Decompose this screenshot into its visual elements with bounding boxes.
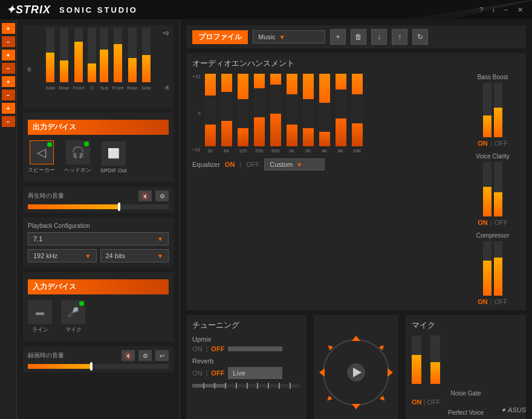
- eq-fill-bot-500: [270, 114, 281, 146]
- sidebar-btn-6[interactable]: −: [2, 89, 15, 100]
- surround-dropdown[interactable]: 7.1 ▼: [28, 232, 169, 245]
- surround-arrow-botleft[interactable]: ▼: [325, 394, 334, 403]
- profile-delete-button[interactable]: 🗑: [351, 29, 366, 45]
- surround-arrow-botright[interactable]: ▼: [378, 394, 387, 403]
- audio-main: +12 0 −12 3: [192, 74, 520, 305]
- eq-bar-4k[interactable]: 4K: [317, 74, 332, 154]
- eq-freq-32: 32: [207, 148, 213, 154]
- device-spdif[interactable]: ⬜ SPDIF Out: [100, 141, 127, 174]
- speaker-label: スピーカー: [28, 166, 55, 174]
- sidebar-btn-1[interactable]: +: [2, 23, 15, 34]
- surround-play-button[interactable]: [347, 363, 365, 382]
- sidebar-btn-4[interactable]: −: [2, 63, 15, 74]
- sidebar-btn-2[interactable]: −: [2, 36, 15, 47]
- profile-add-button[interactable]: +: [330, 29, 346, 45]
- tuning-tick-7: [268, 383, 269, 389]
- bass-boost-slider2[interactable]: [494, 83, 502, 137]
- bass-boost-slider1[interactable]: [483, 83, 491, 137]
- tuning-tick-8: [279, 383, 280, 389]
- eq-preset-dropdown[interactable]: Custom ▼: [264, 158, 325, 171]
- eq-bar-500[interactable]: 500: [268, 74, 283, 154]
- mic-ng-container[interactable]: [412, 336, 421, 384]
- eq-fill-bot-1k: [287, 125, 297, 146]
- settings-volume-button[interactable]: ⚙: [155, 190, 169, 201]
- sidebar-btn-8[interactable]: −: [2, 116, 15, 127]
- sidebar-btn-3[interactable]: +: [2, 50, 15, 60]
- tuning-tick-9: [290, 383, 291, 389]
- sample-rate-dropdown[interactable]: 192 kHz ▼: [28, 249, 97, 262]
- eq-bar-16k[interactable]: 16K: [350, 74, 365, 154]
- bit-depth-dropdown[interactable]: 24 bits ▼: [100, 249, 169, 262]
- surround-arrow-topleft[interactable]: ▲: [325, 342, 334, 351]
- mic-pv-container[interactable]: [430, 336, 440, 384]
- record-volume-section: 録画時の音量 🔇 ⚙ ↩: [23, 346, 174, 372]
- surround-dropdown-arrow: ▼: [157, 236, 163, 242]
- mute-button[interactable]: 🔇: [138, 190, 152, 201]
- playback-slider[interactable]: [28, 204, 169, 209]
- noise-gate-on[interactable]: ON: [412, 398, 422, 406]
- profile-download-button[interactable]: ↓: [371, 29, 387, 45]
- record-mute-button[interactable]: 🔇: [122, 350, 135, 361]
- surround-arrow-bottom[interactable]: [352, 404, 360, 409]
- compressor-slider1[interactable]: [483, 241, 491, 296]
- voice-clarity-off[interactable]: OFF: [495, 219, 508, 226]
- compressor-on[interactable]: ON: [478, 298, 488, 305]
- voice-clarity-on[interactable]: ON: [478, 219, 488, 226]
- surround-arrow-topright[interactable]: ▲: [378, 342, 387, 351]
- device-line[interactable]: ▬ ライン: [28, 300, 52, 334]
- upmix-off[interactable]: OFF: [211, 345, 224, 352]
- upmix-dropdown[interactable]: [228, 346, 282, 351]
- eq-bar-container-64: [221, 74, 232, 146]
- mixer-bar-front1: Front: [73, 28, 85, 91]
- device-headphone[interactable]: 🎧 ヘッドホン: [64, 140, 91, 174]
- compressor-off[interactable]: OFF: [495, 298, 508, 305]
- tuning-tick-6: [257, 383, 258, 389]
- eq-preset-arrow: ▼: [296, 161, 302, 168]
- eq-mid-2k: [303, 99, 314, 128]
- device-speaker[interactable]: ◁ スピーカー: [28, 140, 55, 174]
- eq-label: Equalizer: [192, 161, 220, 168]
- profile-refresh-button[interactable]: ↻: [412, 29, 428, 45]
- mixer-section: +9 Side Rear: [23, 25, 174, 108]
- eq-controls: Equalizer ON | OFF Custom ▼: [192, 158, 458, 171]
- volume-row: 再生時の音量 🔇 ⚙: [28, 190, 169, 201]
- eq-bar-2k[interactable]: 2K: [301, 74, 316, 154]
- reverb-off[interactable]: OFF: [211, 369, 224, 377]
- mic-ng-fill: [412, 355, 421, 384]
- eq-bar-1k[interactable]: 1K: [285, 74, 299, 154]
- bass-boost-off[interactable]: OFF: [495, 140, 508, 147]
- eq-off-toggle[interactable]: OFF: [246, 161, 259, 168]
- profile-upload-button[interactable]: ↑: [392, 29, 407, 45]
- record-settings-button[interactable]: ⚙: [138, 350, 152, 361]
- reverb-on[interactable]: ON: [192, 369, 203, 377]
- upmix-on[interactable]: ON: [192, 345, 203, 352]
- profile-dropdown[interactable]: Music ▼: [253, 30, 325, 44]
- eq-bar-250[interactable]: 250: [252, 74, 267, 154]
- voice-clarity-slider2[interactable]: [494, 162, 502, 216]
- eq-bar-32[interactable]: 32: [203, 74, 218, 154]
- eq-bar-8k[interactable]: 8K: [334, 74, 348, 154]
- compressor-slider2[interactable]: [494, 241, 502, 296]
- surround-arrow-top[interactable]: [352, 336, 360, 341]
- sidebar-btn-5[interactable]: +: [2, 76, 15, 87]
- device-mic[interactable]: 🎤 マイク: [61, 300, 85, 334]
- reverb-dropdown[interactable]: Live: [228, 367, 282, 379]
- eq-fill-top-4k: [319, 74, 330, 103]
- eq-bar-125[interactable]: 125: [236, 74, 250, 154]
- surround-arrow-right[interactable]: [388, 368, 393, 377]
- eq-bar-container-4k: [319, 74, 330, 146]
- surround-arrow-left[interactable]: [319, 368, 325, 377]
- eq-on-toggle[interactable]: ON: [225, 161, 235, 168]
- noise-gate-off[interactable]: OFF: [427, 398, 440, 406]
- profile-current: Music: [258, 33, 276, 41]
- tuning-slider[interactable]: [192, 384, 300, 388]
- main-container: + − + − + − + − +9 Side: [0, 19, 532, 419]
- mixer-value-mid: 0: [28, 67, 31, 73]
- sidebar-btn-7[interactable]: +: [2, 103, 15, 114]
- eq-bar-64[interactable]: 64: [219, 74, 234, 154]
- record-extra-button[interactable]: ↩: [155, 350, 169, 361]
- bass-boost-on[interactable]: ON: [478, 140, 488, 147]
- record-slider[interactable]: [28, 364, 169, 369]
- voice-clarity-slider1[interactable]: [483, 162, 491, 216]
- tuning-title: チューニング: [192, 320, 300, 331]
